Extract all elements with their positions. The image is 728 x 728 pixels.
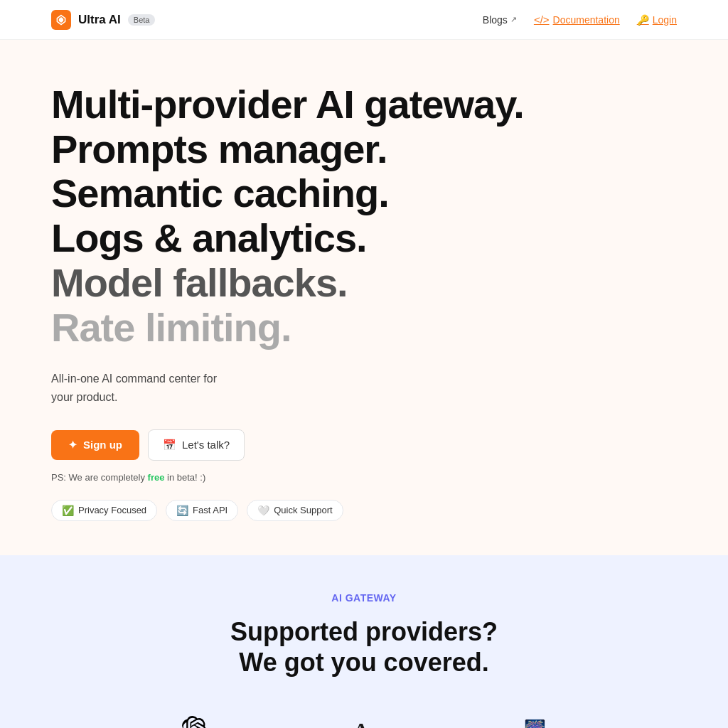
- calendar-icon: 📅: [163, 439, 176, 451]
- api-label: Fast API: [193, 505, 228, 515]
- privacy-badge: ✅ Privacy Focused: [51, 500, 157, 521]
- blogs-link[interactable]: Blogs ↗: [483, 14, 517, 26]
- headline-line6: Rate limiting.: [51, 305, 291, 350]
- fireworks-logo: 🎆: [518, 713, 550, 728]
- provider-openai: Open AI: [115, 713, 274, 728]
- support-label: Quick Support: [274, 505, 332, 515]
- beta-badge: Beta: [128, 14, 156, 26]
- fast-api-badge: 🔄 Fast API: [166, 500, 238, 521]
- openai-logo: [178, 713, 210, 728]
- check-circle-icon: ✅: [62, 505, 74, 516]
- provider-fireworks: 🎆 Fireworks: [454, 713, 613, 728]
- privacy-label: Privacy Focused: [78, 505, 146, 515]
- signup-button[interactable]: ✦ Sign up: [51, 430, 139, 460]
- docs-link[interactable]: </> Documentation: [534, 14, 620, 26]
- external-link-icon: ↗: [510, 15, 517, 24]
- headline-line2: Prompts manager.: [51, 127, 387, 171]
- headline-line1: Multi-provider AI gateway.: [51, 82, 524, 127]
- headline-line4: Logs & analytics.: [51, 215, 367, 260]
- hero-subtext: All-in-one AI command center for your pr…: [51, 370, 677, 406]
- provider-anthropic: A Anthropic: [285, 713, 444, 728]
- quick-support-badge: 🤍 Quick Support: [247, 500, 343, 521]
- login-icon: 🔑: [637, 14, 649, 26]
- logo-icon: [51, 10, 71, 30]
- svg-text:🎆: 🎆: [523, 718, 545, 728]
- navbar-left: Ultra AI Beta: [51, 10, 155, 30]
- navbar-right: Blogs ↗ </> Documentation 🔑 Login: [483, 14, 677, 26]
- headline-line5: Model fallbacks.: [51, 260, 348, 305]
- section-label: AI Gateway: [51, 592, 677, 604]
- anthropic-logo: A: [348, 713, 380, 728]
- app-name: Ultra AI: [78, 13, 121, 27]
- section-title: Supported providers? We got you covered.: [51, 616, 677, 678]
- svg-text:A: A: [353, 718, 369, 728]
- talk-button[interactable]: 📅 Let's talk?: [148, 429, 245, 461]
- sparkle-icon: ✦: [68, 439, 77, 451]
- hero-section: Multi-provider AI gateway. Prompts manag…: [0, 40, 728, 555]
- speed-icon: 🔄: [176, 505, 188, 516]
- badges-row: ✅ Privacy Focused 🔄 Fast API 🤍 Quick Sup…: [51, 500, 677, 521]
- ps-text: PS: We are completely free in beta! :): [51, 472, 677, 483]
- svg-marker-1: [59, 17, 63, 23]
- logo-svg: [55, 14, 67, 26]
- heart-icon: 🤍: [257, 505, 269, 516]
- providers-grid: Open AI A Anthropic 🎆 Fireworks: [115, 713, 613, 728]
- login-link[interactable]: 🔑 Login: [637, 14, 677, 26]
- code-icon: </>: [534, 14, 550, 26]
- headline-line3: Semantic caching.: [51, 171, 389, 215]
- navbar: Ultra AI Beta Blogs ↗ </> Documentation …: [0, 0, 728, 40]
- hero-headline: Multi-provider AI gateway. Prompts manag…: [51, 82, 677, 350]
- hero-buttons: ✦ Sign up 📅 Let's talk?: [51, 429, 677, 461]
- providers-section: AI Gateway Supported providers? We got y…: [0, 555, 728, 729]
